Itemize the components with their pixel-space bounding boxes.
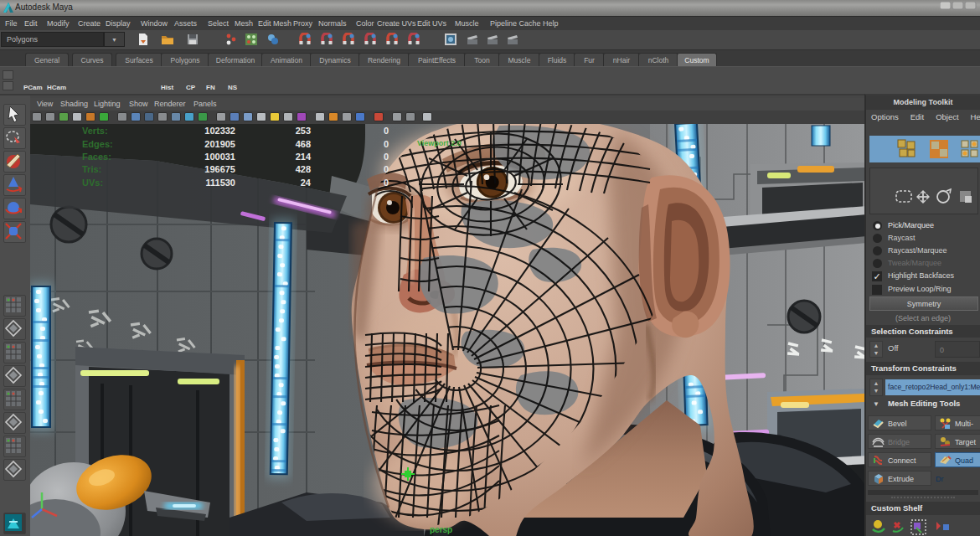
svg-text:UVs:: UVs: xyxy=(82,178,103,188)
svg-text:0: 0 xyxy=(384,139,389,149)
svg-text:Tris:: Tris: xyxy=(82,164,101,174)
svg-text:102332: 102332 xyxy=(204,126,235,136)
svg-text:0: 0 xyxy=(384,178,389,188)
svg-text:Faces:: Faces: xyxy=(82,152,111,162)
svg-text:111530: 111530 xyxy=(206,178,236,188)
svg-text:428: 428 xyxy=(296,164,311,174)
svg-text:0: 0 xyxy=(384,164,389,174)
svg-text:196675: 196675 xyxy=(204,164,235,174)
svg-text:100031: 100031 xyxy=(204,152,235,162)
svg-text:253: 253 xyxy=(296,126,311,136)
svg-text:Verts:: Verts: xyxy=(82,126,108,136)
svg-text:24: 24 xyxy=(301,178,312,188)
svg-text:Viewport 2.0: Viewport 2.0 xyxy=(417,139,462,147)
svg-text:persp: persp xyxy=(430,525,452,534)
svg-text:214: 214 xyxy=(296,152,312,162)
svg-text:Edges:: Edges: xyxy=(82,139,113,149)
svg-text:0: 0 xyxy=(384,152,389,162)
svg-text:468: 468 xyxy=(296,139,311,149)
svg-text:201905: 201905 xyxy=(204,139,235,149)
svg-text:0: 0 xyxy=(384,126,389,136)
